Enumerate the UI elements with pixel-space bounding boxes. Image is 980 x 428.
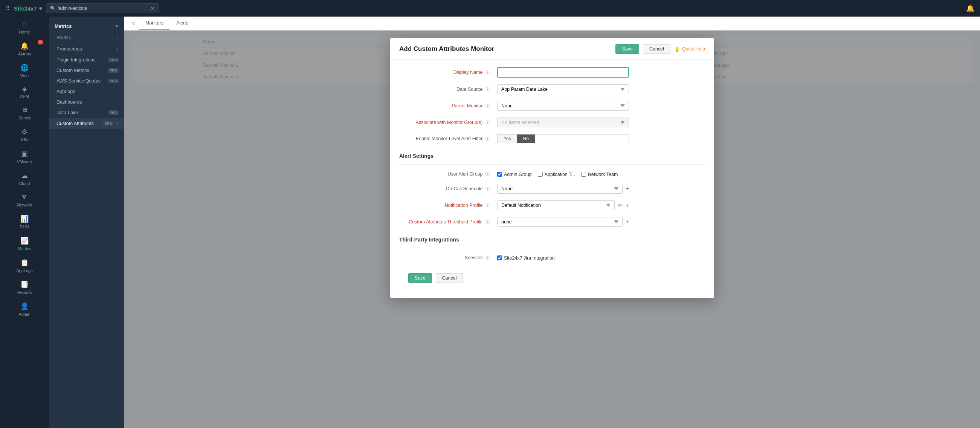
- threshold-profile-select[interactable]: none: [497, 217, 622, 227]
- services-row: Services ⓘ Site24x7 Jira Integration: [399, 255, 705, 261]
- plus-icon[interactable]: +: [116, 46, 119, 52]
- display-name-input[interactable]: [497, 67, 629, 78]
- admin-group-checkbox-label[interactable]: Admin Group: [497, 172, 532, 177]
- notification-profile-select[interactable]: Default Notification: [497, 200, 615, 210]
- notification-profile-info-icon[interactable]: ⓘ: [485, 203, 490, 208]
- no-toggle-button[interactable]: No: [517, 135, 535, 143]
- user-alert-group-control: Admin Group Application T...: [497, 172, 686, 177]
- left-nav-plugin-integrations[interactable]: Plugin Integrations PRO: [49, 55, 124, 65]
- threshold-add-icon[interactable]: +: [625, 218, 629, 225]
- notification-edit-icon[interactable]: ✏: [618, 202, 622, 209]
- cancel-button-bottom[interactable]: Cancel: [436, 273, 463, 283]
- data-source-info-icon[interactable]: ⓘ: [485, 87, 490, 92]
- sidebar-label-k8s: K8s: [21, 137, 28, 142]
- left-nav-data-lake[interactable]: Data Lake PRO: [49, 107, 124, 118]
- data-source-select[interactable]: App Param Data Lake: [497, 84, 629, 94]
- sidebar-item-apm[interactable]: ◈ APM: [0, 82, 49, 102]
- admin-group-checkbox[interactable]: [497, 172, 502, 177]
- on-call-select[interactable]: None: [497, 184, 622, 194]
- left-nav-prometheus[interactable]: Prometheus +: [49, 43, 124, 55]
- notification-icon[interactable]: 🔔: [966, 4, 974, 13]
- jira-integration-text: Site24x7 Jira Integration: [504, 255, 555, 261]
- sidebar-item-server[interactable]: 🖥 Server: [0, 102, 49, 124]
- network-team-checkbox-label[interactable]: Network Team: [581, 172, 618, 177]
- alert-filter-info-icon[interactable]: ⓘ: [485, 136, 490, 141]
- apps-icon[interactable]: ⠿: [6, 5, 10, 12]
- left-nav-section-metrics[interactable]: Metrics ▼: [49, 20, 124, 32]
- sidebar-item-cloud[interactable]: ☁ Cloud: [0, 168, 49, 189]
- clear-icon[interactable]: ✕: [150, 5, 155, 11]
- associate-select[interactable]: No Items selected: [497, 118, 629, 127]
- home-icon: ⌂: [22, 20, 27, 28]
- sidebar-item-admin[interactable]: 👤 Admin: [0, 298, 49, 320]
- sidebar-label-vmware: VMware: [17, 159, 32, 164]
- sidebar-item-reports[interactable]: 📑 Reports: [0, 277, 49, 298]
- left-nav-applogs[interactable]: AppLogs: [49, 86, 124, 97]
- refresh-icon[interactable]: ↻: [132, 21, 135, 26]
- cancel-button-top[interactable]: Cancel: [643, 44, 670, 54]
- left-nav-statsd[interactable]: StatsD +: [49, 32, 124, 43]
- reports-icon: 📑: [20, 280, 29, 289]
- sidebar-item-web[interactable]: 🌐 Web: [0, 60, 49, 82]
- associate-info-icon[interactable]: ⓘ: [485, 120, 490, 125]
- web-icon: 🌐: [20, 64, 29, 72]
- sidebar-item-rum[interactable]: 📊 RUM: [0, 211, 49, 233]
- jira-integration-label[interactable]: Site24x7 Jira Integration: [497, 255, 629, 261]
- sidebar-item-applogs[interactable]: 📋 AppLogs: [0, 255, 49, 277]
- threshold-profile-info-icon[interactable]: ⓘ: [485, 220, 490, 224]
- topbar: ⠿ Site24x7 ⚙ 🔍 ✕ 🔔: [0, 0, 980, 17]
- on-call-with-action: None +: [497, 184, 629, 194]
- network-team-label: Network Team: [588, 172, 618, 177]
- notification-with-action: Default Notification ✏ +: [497, 200, 629, 210]
- search-input[interactable]: [57, 6, 148, 11]
- sidebar-item-metrics[interactable]: 📈 Metrics: [0, 233, 49, 255]
- metrics-icon: 📈: [20, 237, 29, 245]
- associate-control: No Items selected: [497, 118, 629, 127]
- sidebar-item-alarms[interactable]: 🔔 8 Alarms: [0, 38, 49, 60]
- modal-header-actions: Save Cancel 💡 Quick Help: [616, 44, 705, 54]
- sidebar-label-apm: APM: [20, 94, 29, 99]
- sidebar-item-vmware[interactable]: ▣ VMware: [0, 146, 49, 168]
- sidebar-item-network[interactable]: ⛛ Network: [0, 189, 49, 211]
- application-t-checkbox-label[interactable]: Application T...: [538, 172, 575, 177]
- left-nav-custom-attributes[interactable]: Custom Attributes PRO +: [49, 118, 124, 129]
- modal-header: Add Custom Attributes Monitor Save Cance…: [390, 38, 714, 59]
- display-name-info-icon[interactable]: ⓘ: [485, 70, 490, 75]
- parent-monitor-info-icon[interactable]: ⓘ: [485, 103, 490, 108]
- notification-add-icon[interactable]: +: [625, 202, 629, 209]
- sidebar-item-k8s[interactable]: ⚙ K8s: [0, 124, 49, 146]
- third-party-header: Third-Party Integrations: [399, 234, 705, 248]
- search-bar[interactable]: 🔍 ✕: [46, 3, 159, 13]
- services-label: Services ⓘ: [399, 255, 497, 261]
- jira-integration-checkbox[interactable]: [497, 255, 502, 260]
- on-call-add-icon[interactable]: +: [625, 185, 629, 192]
- services-info-icon[interactable]: ⓘ: [485, 255, 490, 260]
- notification-profile-control: Default Notification ✏ +: [497, 200, 629, 210]
- network-team-checkbox[interactable]: [581, 172, 586, 177]
- modal-body: Display Name ⓘ Data Source: [390, 59, 714, 298]
- save-button-top[interactable]: Save: [616, 44, 639, 54]
- user-alert-group-info-icon[interactable]: ⓘ: [485, 172, 490, 176]
- left-nav-custom-metrics[interactable]: Custom Metrics PRO: [49, 65, 124, 76]
- display-name-label: Display Name ⓘ: [399, 70, 497, 75]
- tab-monitors[interactable]: Monitors: [139, 17, 170, 30]
- application-t-checkbox[interactable]: [538, 172, 543, 177]
- add-monitor-icon[interactable]: +: [116, 121, 119, 127]
- display-name-control: [497, 67, 629, 78]
- parent-monitor-select[interactable]: None: [497, 101, 629, 111]
- left-nav-dashboards[interactable]: Dashboards: [49, 97, 124, 107]
- plus-icon[interactable]: +: [116, 35, 119, 41]
- threshold-profile-row: Custom Attributes Threshold Profile ⓘ no…: [399, 217, 705, 227]
- on-call-info-icon[interactable]: ⓘ: [485, 186, 490, 191]
- user-alert-group-label: User Alert Group ⓘ: [399, 172, 497, 177]
- quick-help-link[interactable]: 💡 Quick Help: [674, 46, 705, 52]
- pro-badge: PRO: [108, 110, 119, 115]
- tab-alerts[interactable]: Alerts: [170, 17, 194, 30]
- sidebar-item-home[interactable]: ⌂ Home: [0, 17, 49, 38]
- rum-icon: 📊: [20, 215, 29, 223]
- chevron-down-icon: ▼: [115, 24, 119, 28]
- left-nav-aws-service-quotas[interactable]: AWS Service Quotas PRO: [49, 76, 124, 86]
- yes-toggle-button[interactable]: Yes: [498, 135, 517, 143]
- data-source-control: App Param Data Lake: [497, 84, 629, 94]
- save-button-bottom[interactable]: Save: [408, 273, 432, 283]
